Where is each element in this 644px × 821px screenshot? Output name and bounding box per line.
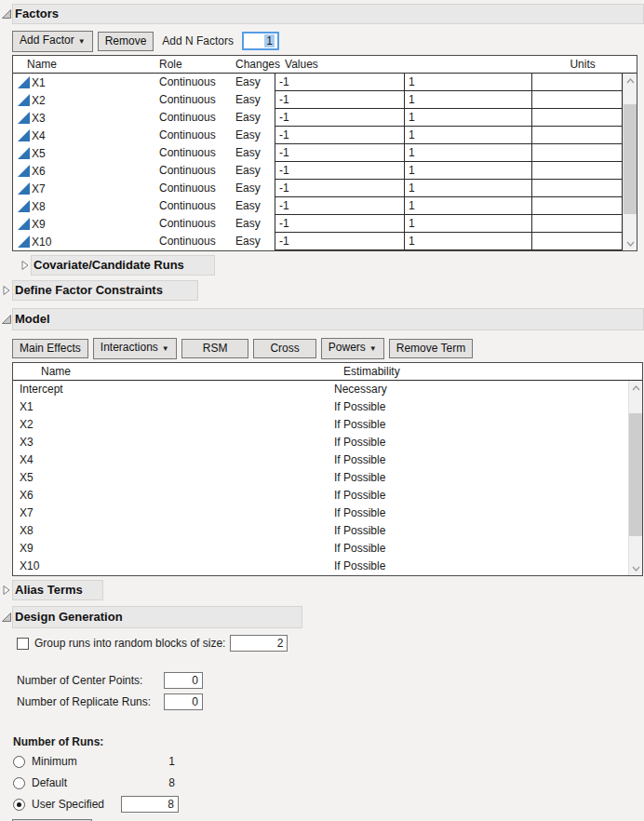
alias-title[interactable]: Alias Terms: [12, 580, 103, 600]
factor-role[interactable]: Continuous: [147, 180, 224, 197]
factor-high-value[interactable]: 1: [404, 215, 531, 233]
factor-units[interactable]: [531, 215, 623, 233]
factor-role[interactable]: Continuous: [147, 197, 224, 215]
factor-high-value[interactable]: 1: [404, 162, 531, 180]
factor-changes[interactable]: Easy: [224, 180, 275, 197]
powers-button[interactable]: Powers▼: [321, 338, 384, 359]
scroll-thumb[interactable]: [624, 104, 637, 214]
rsm-button[interactable]: RSM: [181, 339, 249, 358]
factor-changes[interactable]: Easy: [224, 127, 275, 144]
alias-disclosure-closed-icon[interactable]: [0, 580, 12, 600]
design-generation-title[interactable]: Design Generation: [12, 606, 302, 628]
user-specified-radio[interactable]: [13, 799, 25, 811]
factor-units[interactable]: [531, 180, 623, 197]
factor-low-value[interactable]: -1: [275, 144, 404, 162]
factor-changes[interactable]: Easy: [224, 162, 275, 180]
term-estimability[interactable]: If Possible: [323, 540, 642, 558]
factor-units[interactable]: [531, 109, 623, 127]
constraints-disclosure-closed-icon[interactable]: [0, 280, 12, 301]
model-term-row[interactable]: X1If Possible: [13, 398, 642, 416]
main-effects-button[interactable]: Main Effects: [12, 339, 88, 358]
factor-role[interactable]: Continuous: [147, 144, 224, 162]
remove-term-button[interactable]: Remove Term: [389, 339, 473, 358]
factor-units[interactable]: [531, 74, 623, 91]
term-estimability[interactable]: If Possible: [323, 434, 642, 451]
factor-row[interactable]: X5 Continuous Easy -1 1: [13, 144, 637, 162]
user-specified-input[interactable]: 8: [121, 796, 179, 813]
model-title[interactable]: Model: [12, 308, 644, 330]
term-estimability[interactable]: If Possible: [323, 469, 642, 487]
factor-high-value[interactable]: 1: [404, 74, 531, 91]
scroll-up-icon[interactable]: [629, 381, 642, 395]
covariate-title[interactable]: Covariate/Candidate Runs: [31, 255, 215, 276]
factors-table-scrollbar[interactable]: [623, 74, 637, 250]
factor-row[interactable]: X6 Continuous Easy -1 1: [13, 162, 637, 180]
model-disclosure-open-icon[interactable]: [0, 308, 12, 330]
model-term-row[interactable]: X7If Possible: [13, 505, 642, 522]
factor-high-value[interactable]: 1: [404, 180, 531, 197]
factor-high-value[interactable]: 1: [404, 91, 531, 109]
scroll-up-icon[interactable]: [624, 74, 637, 87]
cross-button[interactable]: Cross: [253, 339, 315, 358]
factor-changes[interactable]: Easy: [224, 144, 275, 162]
term-estimability[interactable]: If Possible: [323, 505, 642, 522]
factor-role[interactable]: Continuous: [147, 74, 224, 91]
factor-low-value[interactable]: -1: [275, 180, 404, 197]
model-table-scrollbar[interactable]: [628, 381, 642, 575]
factor-low-value[interactable]: -1: [275, 215, 404, 233]
factor-role[interactable]: Continuous: [147, 109, 224, 127]
term-estimability[interactable]: Necessary: [323, 381, 642, 398]
factor-high-value[interactable]: 1: [404, 127, 531, 144]
constraints-title[interactable]: Define Factor Constraints: [12, 280, 198, 301]
design-generation-disclosure-open-icon[interactable]: [0, 606, 12, 628]
model-term-row[interactable]: X3If Possible: [13, 434, 642, 451]
factor-row[interactable]: X9 Continuous Easy -1 1: [13, 215, 637, 233]
minimum-radio[interactable]: [13, 756, 25, 768]
factor-changes[interactable]: Easy: [224, 91, 275, 109]
factor-row[interactable]: X1 Continuous Easy -1 1: [13, 74, 637, 91]
factor-high-value[interactable]: 1: [404, 197, 531, 215]
add-n-factors-input[interactable]: 1: [242, 32, 279, 50]
block-size-input[interactable]: 2: [230, 635, 288, 652]
term-estimability[interactable]: If Possible: [323, 558, 642, 575]
factor-units[interactable]: [531, 144, 623, 162]
model-term-row[interactable]: InterceptNecessary: [13, 381, 642, 398]
factor-low-value[interactable]: -1: [275, 109, 404, 127]
model-term-row[interactable]: X8If Possible: [13, 522, 642, 540]
factor-low-value[interactable]: -1: [275, 91, 404, 109]
factor-units[interactable]: [531, 127, 623, 144]
covariate-disclosure-closed-icon[interactable]: [19, 255, 31, 276]
model-term-row[interactable]: X10If Possible: [13, 558, 642, 575]
scroll-down-icon[interactable]: [629, 561, 642, 575]
term-estimability[interactable]: If Possible: [323, 398, 642, 416]
factor-units[interactable]: [531, 91, 623, 109]
factor-row[interactable]: X3 Continuous Easy -1 1: [13, 109, 637, 127]
factor-changes[interactable]: Easy: [224, 233, 275, 250]
factor-low-value[interactable]: -1: [275, 162, 404, 180]
interactions-button[interactable]: Interactions▼: [93, 338, 177, 359]
model-term-row[interactable]: X2If Possible: [13, 416, 642, 434]
factor-changes[interactable]: Easy: [224, 74, 275, 91]
factor-role[interactable]: Continuous: [147, 233, 224, 250]
factor-units[interactable]: [531, 197, 623, 215]
scroll-thumb[interactable]: [629, 413, 642, 536]
factor-row[interactable]: X2 Continuous Easy -1 1: [13, 91, 637, 109]
model-term-row[interactable]: X4If Possible: [13, 451, 642, 469]
factor-changes[interactable]: Easy: [224, 215, 275, 233]
factor-row[interactable]: X10 Continuous Easy -1 1: [13, 233, 637, 250]
factor-low-value[interactable]: -1: [275, 127, 404, 144]
factor-row[interactable]: X7 Continuous Easy -1 1: [13, 180, 637, 197]
factor-units[interactable]: [531, 233, 623, 250]
factor-high-value[interactable]: 1: [404, 109, 531, 127]
factor-units[interactable]: [531, 162, 623, 180]
factor-low-value[interactable]: -1: [275, 233, 404, 250]
factor-low-value[interactable]: -1: [275, 197, 404, 215]
factor-role[interactable]: Continuous: [147, 162, 224, 180]
factor-high-value[interactable]: 1: [404, 144, 531, 162]
term-estimability[interactable]: If Possible: [323, 522, 642, 540]
default-radio[interactable]: [13, 777, 25, 789]
factor-role[interactable]: Continuous: [147, 215, 224, 233]
add-factor-button[interactable]: Add Factor▼: [12, 31, 93, 52]
factors-disclosure-open-icon[interactable]: [0, 4, 12, 24]
factor-role[interactable]: Continuous: [147, 91, 224, 109]
